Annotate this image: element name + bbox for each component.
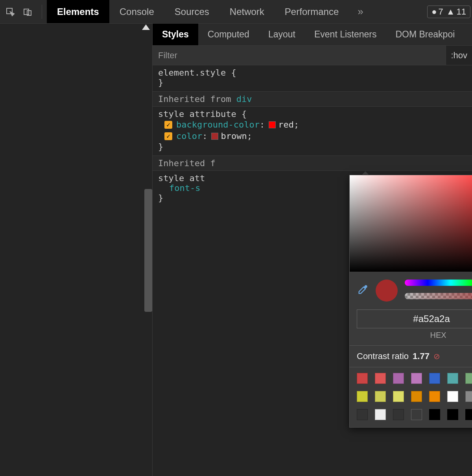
inherited-label-partial: Inherited f <box>158 158 216 168</box>
brace-open: { <box>231 68 236 78</box>
palette-swatch[interactable] <box>357 409 368 420</box>
subtab-layout[interactable]: Layout <box>259 24 305 45</box>
main-tabs: Elements Console Sources Network Perform… <box>47 0 349 23</box>
palette-swatch[interactable] <box>465 409 472 420</box>
inherited-header-2: Inherited f <box>153 156 472 171</box>
palette-swatch[interactable] <box>411 409 422 420</box>
prop-row-color[interactable]: ✓ color: brown; <box>158 130 466 142</box>
error-dot-icon: ● <box>431 7 437 17</box>
error-count: 7 <box>438 7 443 17</box>
brace-close: } <box>158 193 163 203</box>
palette-swatch[interactable] <box>357 373 368 384</box>
dom-tree-panel[interactable] <box>0 24 153 476</box>
hov-toggle[interactable]: :hov <box>446 46 472 65</box>
alpha-slider[interactable] <box>405 293 472 302</box>
palette-swatch[interactable] <box>465 391 472 402</box>
prop-name[interactable]: background-color <box>176 120 260 130</box>
svg-rect-1 <box>24 9 29 15</box>
issues-badge[interactable]: ● 7 ▲ 11 <box>427 6 470 18</box>
palette-swatch[interactable] <box>429 391 440 402</box>
style-attribute-rule[interactable]: style attribute { ✓ background-color: re… <box>153 107 472 156</box>
palette-swatch[interactable] <box>393 409 404 420</box>
hue-slider[interactable] <box>405 280 472 288</box>
tab-elements[interactable]: Elements <box>47 0 109 23</box>
palette-swatch[interactable] <box>411 373 422 384</box>
color-picker-popover: ▲▼ HEX Contrast ratio 1.77 ⊘ ⌄ ▲▼ <box>349 175 472 428</box>
palette-swatch[interactable] <box>375 373 386 384</box>
prop-name-partial: font-s <box>158 183 200 193</box>
element-style-rule[interactable]: element.style { } <box>153 65 472 91</box>
svg-point-3 <box>365 286 367 288</box>
color-swatch-icon[interactable] <box>269 121 276 128</box>
more-tabs-icon[interactable]: » <box>354 6 367 18</box>
subtab-styles[interactable]: Styles <box>153 24 198 45</box>
color-preview-circle <box>376 280 398 302</box>
hex-label: HEX <box>350 331 472 346</box>
selector: style attribute <box>158 109 236 119</box>
spectrum-field[interactable] <box>350 175 472 272</box>
palette-section: ▲▼ <box>350 367 472 427</box>
scrollbar-thumb[interactable] <box>144 189 152 312</box>
palette-swatch[interactable] <box>429 373 440 384</box>
prop-value[interactable]: red <box>278 120 294 130</box>
palette-swatch[interactable] <box>447 373 458 384</box>
subtab-event-listeners[interactable]: Event Listeners <box>305 24 386 45</box>
styles-panel: Styles Computed Layout Event Listeners D… <box>153 24 472 476</box>
inherited-label: Inherited from <box>158 94 231 104</box>
filter-input[interactable] <box>153 46 446 65</box>
selector-partial: style att <box>158 173 205 183</box>
prop-name[interactable]: color <box>176 131 202 141</box>
palette-swatch[interactable] <box>393 373 404 384</box>
toolbar-right: ● 7 ▲ 11 <box>427 6 472 18</box>
popover-arrow-icon <box>361 171 369 175</box>
brace-close: } <box>158 142 163 152</box>
contrast-value: 1.77 <box>413 351 430 361</box>
eyedropper-icon[interactable] <box>357 284 369 297</box>
warning-triangle-icon: ▲ <box>446 7 455 17</box>
subtab-dom-breakpoints[interactable]: DOM Breakpoi <box>386 24 464 45</box>
contrast-row[interactable]: Contrast ratio 1.77 ⊘ ⌄ <box>350 346 472 367</box>
tab-performance[interactable]: Performance <box>275 0 349 23</box>
color-swatch-icon[interactable] <box>211 133 218 140</box>
subtab-computed[interactable]: Computed <box>198 24 259 45</box>
palette-swatch[interactable] <box>411 391 422 402</box>
hex-input[interactable] <box>357 309 472 328</box>
sub-tabs: Styles Computed Layout Event Listeners D… <box>153 24 472 46</box>
toolbar-separator <box>42 5 42 19</box>
collapse-triangle-icon[interactable] <box>142 24 150 30</box>
palette-swatch[interactable] <box>375 391 386 402</box>
palette-swatch[interactable] <box>465 373 472 384</box>
palette-swatch[interactable] <box>357 391 368 402</box>
inherited-header: Inherited from div <box>153 91 472 107</box>
brace-open: { <box>242 109 247 119</box>
tab-console[interactable]: Console <box>109 0 164 23</box>
prop-value[interactable]: brown <box>221 131 247 141</box>
tab-network[interactable]: Network <box>219 0 275 23</box>
palette-swatch[interactable] <box>375 409 386 420</box>
selector: element.style <box>158 68 226 78</box>
prop-row-bg[interactable]: ✓ background-color: red; <box>158 119 466 130</box>
inherited-link[interactable]: div <box>236 94 252 104</box>
inspect-icon[interactable] <box>2 4 18 20</box>
brace-close: } <box>158 78 163 87</box>
palette-swatch[interactable] <box>447 409 458 420</box>
palette-swatch[interactable] <box>429 409 440 420</box>
contrast-fail-icon: ⊘ <box>433 352 440 361</box>
device-toggle-icon[interactable] <box>20 4 35 20</box>
palette-swatch[interactable] <box>447 391 458 402</box>
tab-sources[interactable]: Sources <box>164 0 219 23</box>
filter-row: :hov <box>153 46 472 65</box>
checkbox-icon[interactable]: ✓ <box>164 121 172 129</box>
warning-count: 11 <box>457 7 466 17</box>
checkbox-icon[interactable]: ✓ <box>164 132 172 140</box>
contrast-label: Contrast ratio <box>357 351 409 361</box>
palette-swatch[interactable] <box>393 391 404 402</box>
devtools-main-toolbar: Elements Console Sources Network Perform… <box>0 0 472 24</box>
